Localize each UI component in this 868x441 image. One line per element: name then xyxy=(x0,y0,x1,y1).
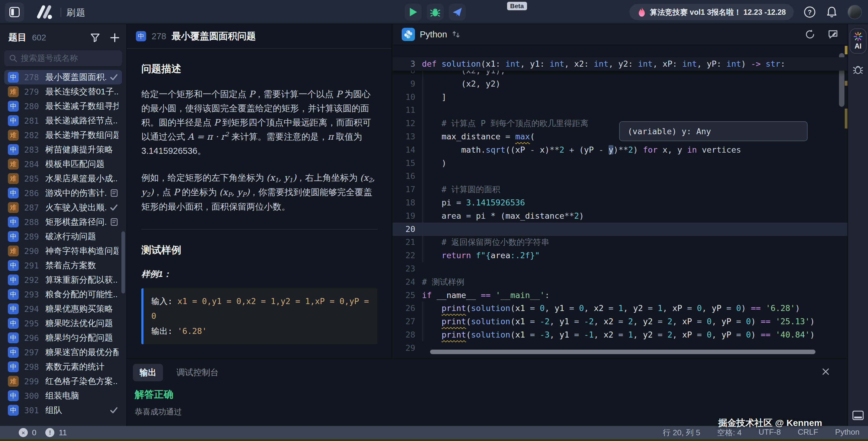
indentation-setting[interactable]: 空格: 4 xyxy=(717,428,742,438)
problem-list-item[interactable]: 中 296 糖果均匀分配问题 xyxy=(4,331,122,345)
run-button[interactable] xyxy=(405,4,422,21)
code-line-9[interactable]: 9 (x2, y2) xyxy=(393,77,847,91)
help-button[interactable]: ? xyxy=(803,6,816,19)
logo[interactable] xyxy=(36,5,54,19)
problem-list-item[interactable]: 中 281 最长递减路径节点... xyxy=(4,113,122,128)
problem-list-item[interactable]: 中 301 组队 xyxy=(4,403,122,417)
tab-debug-console[interactable]: 调试控制台 xyxy=(170,364,225,381)
difficulty-badge: 中 xyxy=(8,361,19,372)
debug-panel-button[interactable] xyxy=(852,64,864,75)
language-mode[interactable]: Python xyxy=(835,428,860,438)
search-icon xyxy=(9,54,17,63)
code-line-11[interactable]: 11 xyxy=(393,103,847,117)
difficulty-badge: 难 xyxy=(8,86,19,97)
hover-tooltip: (variable) y: Any xyxy=(619,121,808,141)
warning-count[interactable]: 11 xyxy=(59,428,67,437)
problem-list-item[interactable]: 难 299 红色格子染色方案... xyxy=(4,374,122,388)
code-line-19[interactable]: 19 area = pi * (max_distance**2) xyxy=(393,209,847,223)
problem-number: 289 xyxy=(24,232,43,241)
problem-list-item[interactable]: 中 286 游戏中的伤害计... xyxy=(4,186,122,200)
problem-list-item[interactable]: 难 284 模板串匹配问题 xyxy=(4,157,122,171)
problem-number: 283 xyxy=(24,145,43,155)
output-value: '6.28' xyxy=(178,327,207,336)
search-input[interactable] xyxy=(21,54,117,63)
horizontal-scrollbar[interactable] xyxy=(430,350,815,354)
ai-assistant-button[interactable]: AI xyxy=(849,28,867,54)
code-line-21[interactable]: 21 # 返回保留两位小数的字符串 xyxy=(393,236,847,249)
contest-banner[interactable]: 算法竞技赛 vol1 3报名啦！ 12.23 -12.28 xyxy=(629,4,794,20)
problem-list-item[interactable]: 中 280 最长递减子数组寻找 xyxy=(4,99,122,113)
problem-list-item[interactable]: 难 290 神奇字符串构造问题 xyxy=(4,244,122,258)
eol-setting[interactable]: CRLF xyxy=(798,428,818,438)
difficulty-badge: 难 xyxy=(8,376,19,387)
notifications-button[interactable] xyxy=(826,6,838,19)
sidebar-toggle-button[interactable] xyxy=(5,2,24,22)
problem-list-item[interactable]: 中 293 粮食分配的可能性... xyxy=(4,287,122,302)
problem-list-item[interactable]: 中 283 树苗健康提升策略 xyxy=(4,142,122,157)
code-line-16[interactable]: 16 xyxy=(393,170,847,183)
ai-label: AI xyxy=(855,42,862,50)
problem-list-item[interactable]: 中 297 糖果迷宫的最优分配 xyxy=(4,345,122,360)
feedback-button[interactable] xyxy=(828,29,838,40)
code-line-18[interactable]: 18 pi = 3.1415926536 xyxy=(393,196,847,209)
close-panel-button[interactable] xyxy=(822,367,830,376)
code-line-25[interactable]: 25if __name__ == '__main__': xyxy=(393,289,847,302)
problem-list-item[interactable]: 中 289 破冰行动问题 xyxy=(4,229,122,244)
bottom-strip xyxy=(0,439,868,441)
code-line-22[interactable]: 22 return f"{area:.2f}" xyxy=(393,249,847,262)
encoding[interactable]: UTF-8 xyxy=(758,428,781,438)
problem-list-item[interactable]: 难 279 最长连续交替01子... xyxy=(4,84,122,99)
problem-number: 295 xyxy=(24,319,43,328)
code-line-20[interactable]: 20 xyxy=(393,223,847,236)
problem-number: 278 xyxy=(24,73,43,82)
debug-button[interactable] xyxy=(427,4,444,21)
beta-badge: Beta xyxy=(507,2,527,10)
problem-list-item[interactable]: 中 288 矩形棋盘路径问... xyxy=(4,215,122,229)
problem-number: 297 xyxy=(24,348,43,357)
cursor-position[interactable]: 行 20, 列 5 xyxy=(663,428,700,438)
add-problem-button[interactable] xyxy=(110,33,120,42)
code-line-26[interactable]: 26 print(solution(x1 = 0, y1 = 0, x2 = 1… xyxy=(393,302,847,315)
code-line-17[interactable]: 17 # 计算圆的面积 xyxy=(393,183,847,196)
difficulty-badge: 中 xyxy=(8,115,19,126)
code-line-14[interactable]: 14 math.sqrt((xP - x)**2 + (yP - y)**2) … xyxy=(393,143,847,157)
code-line-27[interactable]: 27 print(solution(x1 = -2, y1 = -2, x2 =… xyxy=(393,315,847,328)
problem-title: 组队 xyxy=(45,405,107,416)
problem-list-item[interactable]: 中 295 糖果吃法优化问题 xyxy=(4,316,122,331)
problem-list-item[interactable]: 难 282 最长递增子数组问题 xyxy=(4,128,122,142)
code-line-15[interactable]: 15 ) xyxy=(393,157,847,170)
code-line-28[interactable]: 28 print(solution(x1 = -3, y1 = -1, x2 =… xyxy=(393,328,847,341)
problem-list-item[interactable]: 难 285 水果店果篮最小成... xyxy=(4,171,122,186)
difficulty-badge: 中 xyxy=(8,231,19,242)
code-line-24[interactable]: 24# 测试样例 xyxy=(393,275,847,289)
warning-circle-icon[interactable]: ! xyxy=(45,428,54,437)
error-circle-icon[interactable]: ✕ xyxy=(19,428,28,437)
code-area[interactable]: 8 (x2, y1),9 (x2, y2)10 ]1112 # 计算点 P 到每… xyxy=(393,45,847,358)
tab-output[interactable]: 输出 xyxy=(133,364,163,381)
page-title: 最小覆盖圆面积问题 xyxy=(172,30,256,42)
avatar[interactable] xyxy=(847,5,862,19)
switch-language-button[interactable] xyxy=(452,30,460,39)
error-count[interactable]: 0 xyxy=(32,428,36,437)
problem-list-item[interactable]: 中 300 组装电脑 xyxy=(4,388,122,403)
problem-title: 粮食分配的可能性... xyxy=(45,289,118,300)
sidebar-scrollbar[interactable] xyxy=(121,231,125,294)
problem-number: 301 xyxy=(24,406,43,415)
problem-list-item[interactable]: 难 287 火车驶入驶出顺... xyxy=(4,200,122,215)
difficulty-badge: 中 xyxy=(8,390,19,401)
reset-code-button[interactable] xyxy=(805,29,815,40)
panel-bottom-icon xyxy=(852,410,864,420)
code-line-10[interactable]: 10 ] xyxy=(393,91,847,104)
problem-title: 禁着点方案数 xyxy=(45,260,118,271)
code-line-23[interactable]: 23 xyxy=(393,262,847,275)
toggle-panel-button[interactable] xyxy=(852,410,864,420)
editor-header: Python xyxy=(393,24,847,45)
filter-button[interactable] xyxy=(90,33,100,43)
problem-list-item[interactable]: 中 298 素数元素的统计 xyxy=(4,360,122,374)
problem-list-item[interactable]: 中 294 糖果优惠购买策略 xyxy=(4,302,122,316)
problem-list-item[interactable]: 中 292 算珠重新分配以获... xyxy=(4,273,122,287)
search-box[interactable] xyxy=(4,50,122,66)
share-button[interactable]: Beta xyxy=(449,4,466,21)
problem-list-item[interactable]: 中 278 最小覆盖圆面积... xyxy=(4,70,122,84)
problem-list-item[interactable]: 中 291 禁着点方案数 xyxy=(4,258,122,273)
